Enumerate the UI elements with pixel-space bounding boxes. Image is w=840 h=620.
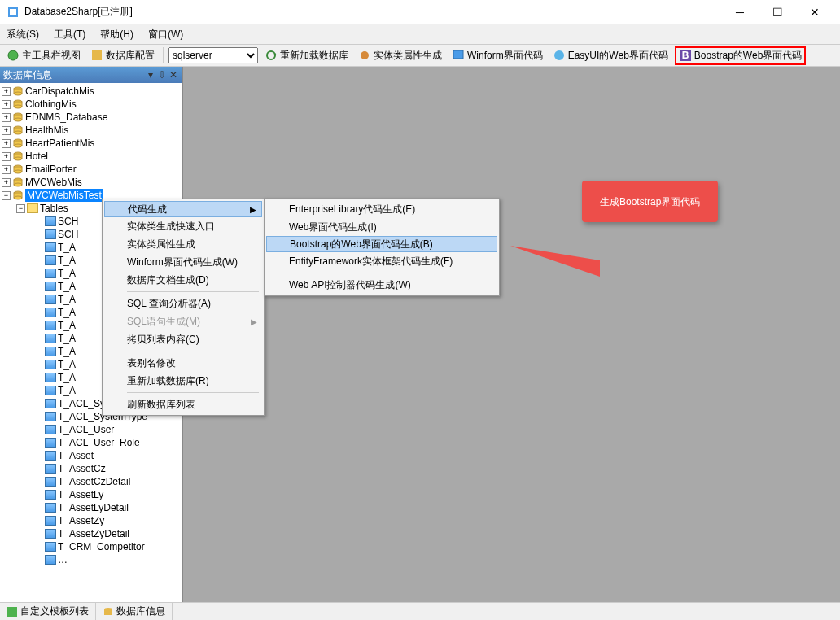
expander-icon[interactable]: + (2, 178, 11, 187)
menu-item[interactable]: 拷贝列表内容(C) (104, 330, 262, 348)
menu-tools[interactable]: 工具(T) (54, 28, 85, 41)
window-title: Database2Sharp[已注册] (24, 5, 721, 19)
table-icon (45, 425, 56, 434)
expander-icon[interactable]: − (16, 204, 25, 213)
toolbar-bootstrap[interactable]: B Boostrap的Web界面代码 (675, 46, 807, 65)
tab-custom-template[interactable]: 自定义模板列表 (0, 603, 96, 620)
expander-icon[interactable]: − (2, 191, 11, 200)
tree-item[interactable]: +Hotel (0, 150, 182, 163)
menu-system[interactable]: 系统(S) (7, 28, 39, 41)
menu-window[interactable]: 窗口(W) (148, 28, 183, 41)
svg-point-25 (14, 144, 22, 147)
tree-item[interactable]: T_AssetZy (0, 514, 182, 527)
tree-item[interactable]: +EDNMS_Database (0, 111, 182, 124)
svg-point-28 (14, 157, 22, 160)
tree-item[interactable]: +MVCWebMis (0, 176, 182, 189)
menu-item[interactable]: 重新加载数据库(R) (104, 372, 262, 390)
table-icon (45, 490, 56, 500)
tree-item[interactable]: +HeartPatientMis (0, 137, 182, 150)
database-icon (12, 112, 24, 122)
database-icon (12, 138, 24, 148)
svg-rect-41 (104, 609, 112, 615)
menu-item[interactable]: 代码生成▶ (104, 201, 262, 217)
svg-point-13 (14, 92, 22, 95)
easyui-icon (553, 49, 566, 62)
menu-item[interactable]: 实体类属性生成 (104, 235, 262, 253)
table-icon (45, 451, 56, 461)
submenu-item[interactable]: Web界面代码生成(I) (266, 218, 497, 236)
expander-icon[interactable]: + (2, 113, 11, 122)
tree-item[interactable]: T_CRM_Competitor (0, 540, 182, 553)
toolbar-reload[interactable]: 重新加载数据库 (261, 47, 352, 64)
tree-item[interactable]: T_AssetZyDetail (0, 527, 182, 540)
dbinfo-icon (103, 606, 114, 618)
table-icon (45, 308, 56, 317)
globe-icon (7, 49, 20, 62)
toolbar-winform[interactable]: Winform界面代码 (448, 47, 546, 64)
toolbar-entity-gen[interactable]: 实体类属性生成 (355, 47, 445, 64)
tree-item[interactable]: T_ACL_User_Role (0, 436, 182, 449)
tree-item[interactable]: T_Asset (0, 449, 182, 462)
menu-item[interactable]: 实体类生成快速入口 (104, 217, 262, 235)
gear-icon (358, 49, 371, 62)
table-icon (45, 542, 56, 552)
tree-item[interactable]: +HealthMis (0, 124, 182, 137)
tree-item[interactable]: T_AssetLyDetail (0, 501, 182, 514)
tree-item[interactable]: T_AssetLy (0, 488, 182, 501)
table-icon (45, 516, 56, 526)
submenu-item[interactable]: EntityFramework实体框架代码生成(F) (266, 252, 497, 270)
submenu-arrow-icon: ▶ (250, 205, 256, 214)
db-type-select[interactable]: sqlserver (168, 47, 258, 63)
menu-separator (289, 273, 494, 273)
expander-icon[interactable]: + (2, 165, 11, 174)
svg-rect-7 (453, 50, 463, 59)
toolbar-dbconfig[interactable]: 数据库配置 (87, 47, 158, 64)
config-icon (90, 49, 103, 62)
toolbar-mainview[interactable]: 主工具栏视图 (3, 47, 84, 64)
maximize-button[interactable]: ☐ (759, 0, 796, 24)
expander-icon[interactable]: + (2, 126, 11, 135)
expander-icon[interactable]: + (2, 100, 11, 109)
menu-help[interactable]: 帮助(H) (100, 28, 133, 41)
toolbar: 主工具栏视图 数据库配置 sqlserver 重新加载数据库 实体类属性生成 W… (0, 44, 840, 67)
pin-button[interactable]: ⇩ (156, 69, 168, 81)
menu-item[interactable]: 数据库文档生成(D) (104, 271, 262, 289)
table-icon (45, 282, 56, 291)
tree-item[interactable]: T_AssetCzDetail (0, 475, 182, 488)
tree-item[interactable]: T_ACL_User (0, 423, 182, 436)
svg-point-34 (14, 183, 22, 186)
tree-item[interactable]: +EmailPorter (0, 163, 182, 176)
submenu-item[interactable]: EnterpriseLibrary代码生成(E) (266, 200, 497, 218)
table-icon (45, 529, 56, 539)
menu-item[interactable]: 表别名修改 (104, 354, 262, 372)
svg-point-19 (14, 118, 22, 121)
expander-icon[interactable]: + (2, 152, 11, 161)
expander-icon[interactable]: + (2, 87, 11, 96)
menu-item[interactable]: Winform界面代码生成(W) (104, 253, 262, 271)
menu-item[interactable]: SQL 查询分析器(A) (104, 295, 262, 312)
pin-icon[interactable]: ▾ (145, 69, 156, 81)
table-icon (45, 399, 56, 408)
panel-close[interactable]: ✕ (168, 69, 179, 81)
menu-separator (127, 351, 259, 351)
refresh-icon (265, 49, 278, 62)
close-button[interactable]: ✕ (796, 0, 833, 24)
bottom-tabs: 自定义模板列表 数据库信息 (0, 602, 840, 620)
table-icon (45, 360, 56, 369)
tree-item[interactable]: T_AssetCz (0, 462, 182, 475)
submenu-item[interactable]: Web API控制器代码生成(W) (266, 276, 497, 294)
titlebar: Database2Sharp[已注册] ─ ☐ ✕ (0, 0, 840, 24)
svg-point-31 (14, 170, 22, 173)
panel-title: 数据库信息 (3, 68, 52, 82)
table-icon (45, 412, 56, 421)
toolbar-easyui[interactable]: EasyUI的Web界面代码 (549, 47, 672, 64)
minimize-button[interactable]: ─ (721, 0, 759, 24)
context-menu: 代码生成▶实体类生成快速入口实体类属性生成Winform界面代码生成(W)数据库… (102, 199, 265, 416)
svg-point-16 (14, 105, 22, 108)
submenu-item[interactable]: Bootstrap的Web界面代码生成(B) (266, 236, 497, 252)
tree-item[interactable]: +CarDispatchMis (0, 85, 182, 98)
menu-item[interactable]: 刷新数据库列表 (104, 395, 262, 413)
tree-item[interactable]: +ClothingMis (0, 98, 182, 111)
tab-db-info[interactable]: 数据库信息 (96, 603, 173, 620)
expander-icon[interactable]: + (2, 139, 11, 148)
